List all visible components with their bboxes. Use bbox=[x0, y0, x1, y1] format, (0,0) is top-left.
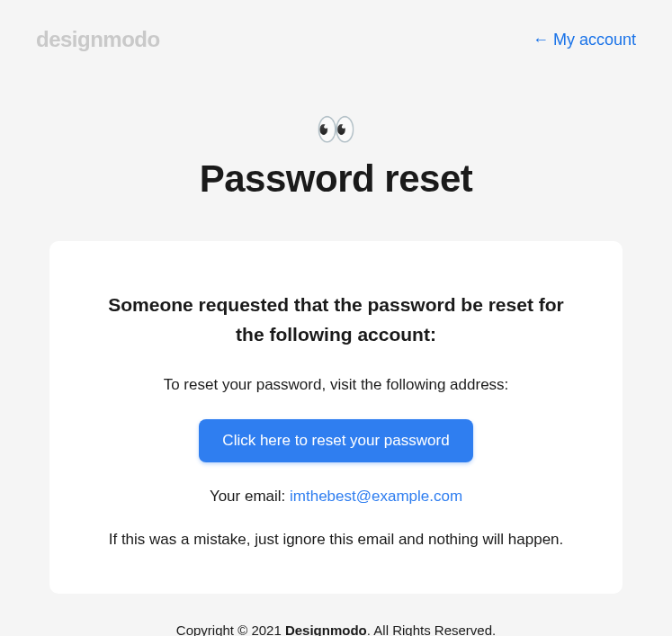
email-line: Your email: imthebest@example.com bbox=[94, 488, 578, 506]
content-card: Someone requested that the password be r… bbox=[49, 241, 623, 594]
instruction-text: To reset your password, visit the follow… bbox=[94, 376, 578, 394]
my-account-link[interactable]: ← My account bbox=[533, 31, 636, 49]
email-prefix: Your email: bbox=[210, 488, 290, 505]
mistake-text: If this was a mistake, just ignore this … bbox=[94, 531, 578, 549]
hero-section: 👀 Password reset bbox=[36, 111, 636, 201]
page-title: Password reset bbox=[36, 157, 636, 201]
header: designmodo ← My account bbox=[36, 27, 636, 52]
footer-brand: Designmodo bbox=[285, 623, 367, 636]
logo: designmodo bbox=[36, 27, 160, 52]
copyright-suffix: . All Rights Reserved. bbox=[367, 623, 496, 636]
email-container: designmodo ← My account 👀 Password reset… bbox=[0, 0, 672, 636]
footer: Copyright © 2021 Designmodo. All Rights … bbox=[36, 623, 636, 636]
email-link[interactable]: imthebest@example.com bbox=[290, 488, 462, 505]
reset-password-button[interactable]: Click here to reset your password bbox=[199, 419, 472, 462]
eyes-icon: 👀 bbox=[36, 111, 636, 148]
card-heading: Someone requested that the password be r… bbox=[94, 291, 578, 349]
copyright-prefix: Copyright © 2021 bbox=[176, 623, 285, 636]
